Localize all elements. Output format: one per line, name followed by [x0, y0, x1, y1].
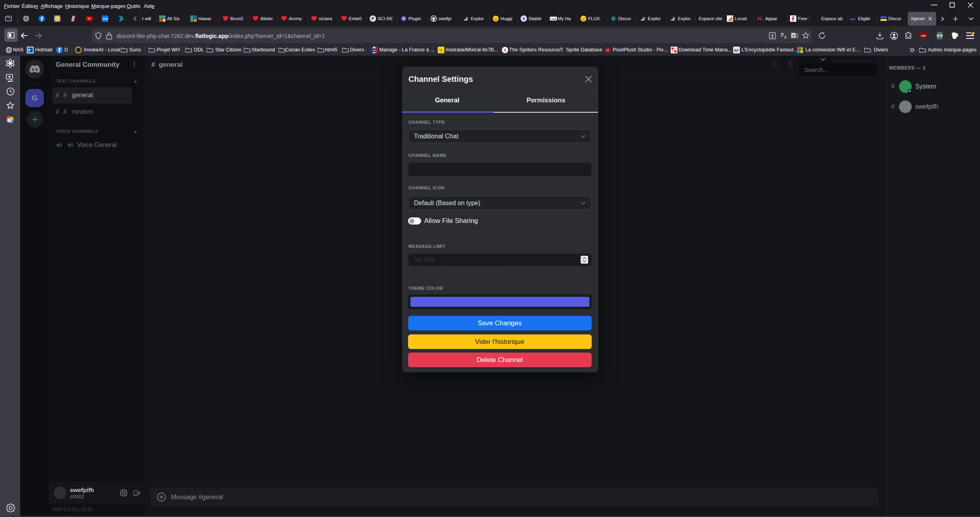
svg-text:cloud: cloud: [551, 18, 556, 20]
svg-text:A: A: [792, 34, 795, 38]
svg-text:DSM: DSM: [102, 18, 107, 20]
svg-text:adn: adn: [850, 17, 856, 21]
svg-text:UO: UO: [921, 34, 926, 38]
svg-text:SL: SL: [757, 17, 762, 21]
svg-text:S: S: [504, 47, 506, 53]
svg-text:A: A: [784, 35, 787, 40]
svg-text:EF: EF: [734, 49, 739, 53]
svg-text:P: P: [371, 16, 374, 21]
svg-text:S: S: [522, 16, 525, 21]
